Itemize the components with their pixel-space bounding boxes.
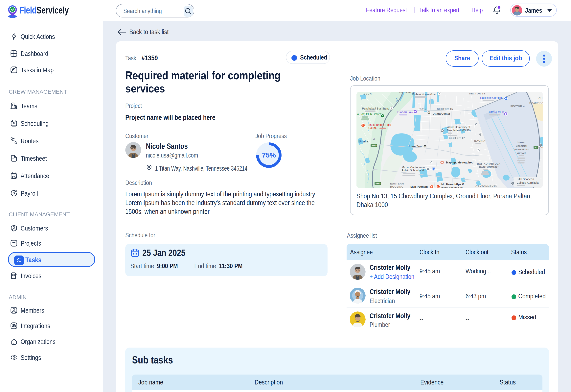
svg-text:SECTOR 4: SECTOR 4: [510, 105, 525, 108]
svg-text:SECTOR 17: SECTOR 17: [449, 136, 465, 139]
svg-text:M: M: [424, 145, 426, 147]
svg-text:Bangladesh (WUB): Bangladesh (WUB): [447, 129, 471, 132]
svg-text:CANTONMENT: CANTONMENT: [479, 165, 499, 168]
svg-text:World University of: World University of: [447, 126, 470, 129]
svg-text:Uttara Center: Uttara Center: [433, 112, 450, 115]
svg-text:Public School and...: Public School and...: [402, 169, 426, 172]
svg-text:N501: N501: [375, 182, 381, 185]
svg-text:HAZIPARA: HAZIPARA: [529, 101, 543, 104]
svg-text:M: M: [428, 112, 430, 114]
svg-text:CH: CH: [539, 97, 542, 100]
svg-text:Map Poonam: Map Poonam: [410, 185, 428, 188]
svg-text:$: $: [13, 191, 15, 195]
svg-text:Panchabati Bus Stand: Panchabati Bus Stand: [362, 107, 390, 110]
svg-text:8: 8: [13, 122, 15, 125]
svg-text:BAF KURMITOLA: BAF KURMITOLA: [477, 162, 500, 165]
svg-text:College Kurmitola: College Kurmitola: [517, 181, 539, 184]
svg-text:Hazrat: Hazrat: [517, 141, 525, 144]
svg-text:Diabari Nouka Ghat: Diabari Nouka Ghat: [412, 93, 436, 96]
svg-text:Diabari Lake: Diabari Lake: [397, 110, 414, 114]
svg-text:Ave. 1: Ave. 1: [419, 107, 427, 110]
svg-text:N501: N501: [371, 144, 377, 147]
svg-text:HOUSING: HOUSING: [390, 185, 404, 188]
svg-text:Uttara South: Uttara South: [408, 145, 424, 148]
svg-text:maps app goo gl/: maps app goo gl/: [441, 186, 463, 188]
svg-text:BAUNIA: BAUNIA: [474, 139, 485, 142]
svg-text:SECTOR 14: SECTOR 14: [469, 92, 485, 95]
svg-text:Map update required: Map update required: [446, 161, 473, 164]
svg-text:Court(...: Court(...: [368, 126, 378, 130]
svg-text:EASTERN: EASTERN: [390, 182, 404, 185]
svg-text:Md Hasanhttps://: Md Hasanhttps://: [441, 183, 464, 186]
svg-text:75%: 75%: [262, 151, 276, 159]
svg-text:Uttara Club: Uttara Club: [489, 110, 504, 114]
svg-text:a Boat Club Limited: a Boat Club Limited: [357, 113, 382, 116]
svg-text:SECTOR 15: SECTOR 15: [437, 107, 453, 111]
svg-text:N3: N3: [535, 146, 537, 149]
svg-text:Mirpur Cantonment: Mirpur Cantonment: [402, 166, 426, 169]
svg-text:Rajlokkhi Complex: Rajlokkhi Complex: [480, 96, 503, 99]
svg-text:International: International: [514, 148, 529, 151]
svg-text:Birulia: Birulia: [358, 140, 368, 143]
svg-text:DEUNI: DEUNI: [364, 92, 372, 95]
svg-text:CANTONMENT: CANTONMENT: [475, 185, 495, 188]
svg-text:BAF Shaheen: BAF Shaheen: [517, 177, 534, 181]
svg-text:Shahjalal: Shahjalal: [516, 145, 527, 147]
svg-text:Birulia Bridge Food: Birulia Bridge Food: [368, 123, 391, 126]
svg-text:Airport: Airport: [517, 152, 526, 155]
